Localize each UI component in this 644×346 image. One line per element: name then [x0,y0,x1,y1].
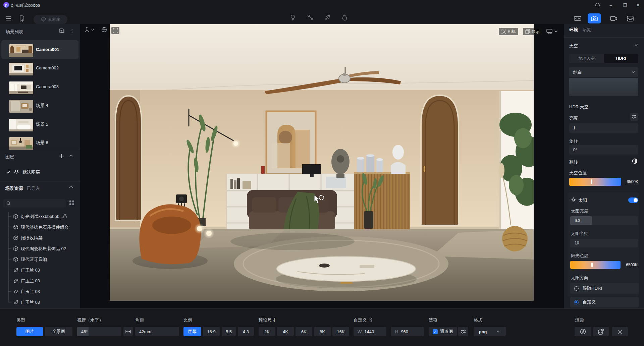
minimize-button[interactable]: – [606,1,615,9]
add-scene-button[interactable] [59,28,65,33]
preset-16k-button[interactable]: 16K [332,327,349,336]
resource-item[interactable]: 广玉兰 03 [0,286,80,296]
sun-direction-follow-hdri[interactable]: 跟随HDRI [570,283,639,294]
tab-post[interactable]: 后期 [583,27,591,33]
options-advanced-button[interactable] [458,327,468,336]
fov-width-mode-button[interactable] [123,327,133,336]
resource-item[interactable]: 现代蓝牙音响 [0,254,80,264]
main-menu-button[interactable] [5,16,11,21]
sky-temp-slider[interactable] [569,178,621,186]
close-render-bar-button[interactable] [612,327,628,336]
preset-6k-button[interactable]: 6K [296,327,312,336]
ratio-16-9-button[interactable]: 16:9 [203,327,220,336]
render-image[interactable] [110,24,534,301]
save-to-queue-button[interactable] [593,327,609,336]
slider-handle[interactable] [591,179,592,184]
sun-radius-value: 10 [575,241,579,245]
restore-button[interactable]: ❐ [621,1,629,9]
resource-grid-view-button[interactable] [69,200,74,206]
resources-collapse-button[interactable] [69,186,73,188]
type-panorama-button[interactable]: 全景图 [45,327,72,336]
viewport-screen-dropdown[interactable] [546,28,557,34]
flip-button[interactable] [632,158,638,164]
help-button[interactable]: ? [593,1,602,9]
fov-label: 视野（水平） [77,317,103,323]
scene-item-6[interactable]: 场景 6 [1,133,78,152]
scene-item-camera001[interactable]: Camera001 [1,40,78,59]
preset-8k-button[interactable]: 8K [314,327,331,336]
sky-mode-geo[interactable]: 地理天空 [569,54,604,63]
viewport-canvas[interactable]: 相机 显示 [80,24,564,308]
sky-advanced-button[interactable] [630,113,638,121]
vr-mode-button[interactable] [572,13,583,23]
preset-4k-button[interactable]: 4K [277,327,294,336]
type-image-button[interactable]: 图片 [16,327,43,336]
search-icon [6,201,11,206]
channel-map-checkbox-row[interactable]: ✓ 通道图 [429,327,457,336]
chevron-up-icon [69,154,73,157]
viewport-display-button[interactable]: 显示 [523,28,542,35]
hdri-preview[interactable] [569,78,638,96]
resource-item[interactable]: 报纸收纳架 [0,233,80,243]
resources-tab-imported[interactable]: 已导入 [27,185,40,191]
render-now-button[interactable] [575,327,591,336]
resource-item[interactable]: 灯光测试xxxbbbbbb... [0,211,80,221]
light-tool-button[interactable] [290,14,296,21]
width-input[interactable]: W 1440 [354,327,386,336]
import-model-button[interactable] [19,15,25,22]
height-value: 960 [401,329,408,334]
leaf-icon [325,14,331,20]
resources-title: 场景资源 [5,185,23,191]
scene-item-5[interactable]: 场景 5 [1,115,78,133]
fire-tool-button[interactable] [342,14,347,21]
hdri-preset-dropdown[interactable]: 纯白 [569,67,638,77]
scene-item-camera002[interactable]: Camera002 [1,59,78,77]
brightness-input[interactable]: 1 [569,123,638,133]
photo-mode-button[interactable] [588,13,601,23]
focal-input[interactable]: 42mm [135,327,179,336]
resource-item[interactable]: 广玉兰 03 [0,297,80,307]
resource-item[interactable]: 现代淡棕色石质摆件组合 [0,222,80,232]
sun-temp-slider[interactable] [570,261,621,269]
tray-icon [627,16,634,21]
sun-direction-custom[interactable]: 自定义 [570,297,639,307]
add-layer-button[interactable] [59,154,64,159]
close-button[interactable]: ✕ [634,1,642,9]
rotation-input[interactable]: 0° [569,145,638,155]
format-dropdown[interactable]: .png [474,327,506,336]
scene-item-4[interactable]: 场景 4 [1,96,78,115]
sun-brightness-input[interactable]: 6.3 [570,216,638,225]
resource-item[interactable]: 现代陶瓷花瓶装饰品 02 [0,243,80,253]
checkbox-checked-icon[interactable]: ✓ [433,329,438,334]
layers-collapse-button[interactable] [69,154,73,157]
leaf-icon [13,268,18,273]
foliage-tool-button[interactable] [325,14,331,20]
video-mode-button[interactable] [608,13,619,23]
sky-mode-hdri[interactable]: HDRI [604,54,638,63]
layer-item-default[interactable]: 默认图层 [0,168,80,177]
resource-search-input[interactable] [3,199,66,208]
resource-item[interactable]: 广玉兰 03 [0,265,80,275]
preset-2k-button[interactable]: 2K [259,327,275,336]
tab-environment[interactable]: 环境 [569,27,578,33]
fov-input[interactable]: 46° [77,327,121,336]
viewport-camera-button[interactable]: 相机 [499,28,518,35]
render-queue-button[interactable] [625,13,636,23]
scene-item-camera003[interactable]: Camera003 [1,77,78,96]
material-library-button[interactable]: 素材库 [34,15,67,24]
globe-button[interactable] [101,27,107,33]
sun-radius-input[interactable]: 10 [570,239,638,247]
resource-item[interactable]: 广玉兰 03 [0,276,80,286]
link-nodes-tool-button[interactable] [307,14,313,20]
scene-list-more-button[interactable]: ⋮ [70,27,74,34]
sun-toggle[interactable] [628,197,638,203]
ratio-5-5-button[interactable]: 5:5 [222,327,236,336]
ratio-screen-button[interactable]: 屏幕 [183,327,201,336]
ratio-4-3-button[interactable]: 4:3 [238,327,254,336]
height-input[interactable]: H 960 [391,327,424,336]
view-mode-dropdown[interactable] [84,27,94,33]
slider-handle[interactable] [591,263,593,267]
frame-region-button[interactable] [111,27,119,34]
sun-radius-label: 太阳半径 [571,231,588,237]
sky-collapse-button[interactable] [635,44,638,47]
